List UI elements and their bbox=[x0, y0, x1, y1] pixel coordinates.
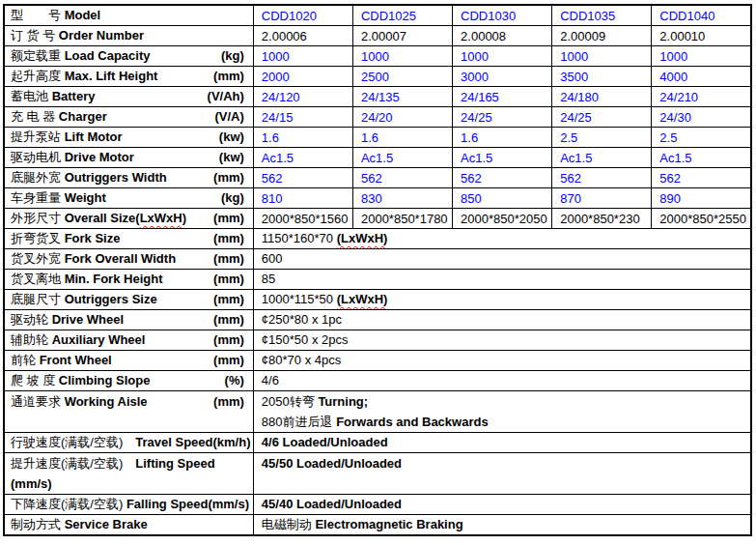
text-segment: ¢80*70 x 4pcs bbox=[262, 353, 341, 367]
text-segment: 辅助轮 bbox=[11, 332, 52, 347]
text-segment: Weight bbox=[65, 190, 106, 205]
spec-row-weight: 车身重量 Weight(kg)810830850870890 bbox=[4, 188, 751, 209]
outriggers-width-value-cdd1030: 562 bbox=[453, 168, 552, 188]
outriggers-width-value-cdd1035: 562 bbox=[552, 168, 652, 188]
text-segment: Electromagnetic Braking bbox=[315, 517, 462, 531]
spec-row-outriggers-size: 底腿尺寸 Outriggers Size(mm)1000*115*50 (LxW… bbox=[4, 290, 751, 310]
text-segment: 45/40 Loaded/Unloaded bbox=[262, 497, 402, 511]
drive-motor-value-cdd1025: Ac1.5 bbox=[352, 148, 452, 168]
text-segment: Load Capacity bbox=[65, 48, 151, 63]
order-number-value-cdd1025: 2.00007 bbox=[352, 26, 452, 46]
value-line: 880前进后退 Forwards and Backwards bbox=[262, 412, 746, 432]
lift-motor-value-cdd1025: 1.6 bbox=[352, 128, 452, 148]
battery-value-cdd1040: 24/210 bbox=[652, 87, 751, 107]
overall-size-value-cdd1035: 2000*850*230 bbox=[552, 209, 652, 229]
overall-size-value-cdd1030: 2000*850*2050 bbox=[453, 209, 552, 229]
row-unit-front-wheel: (mm) bbox=[213, 351, 244, 370]
row-label-max-lift-height: 起升高度 Max. Lift Height(mm) bbox=[4, 67, 253, 87]
text-segment: 蓄电池 bbox=[11, 89, 52, 103]
row-unit-lifting-speed: (mm/s) bbox=[11, 473, 244, 494]
travel-speed-value: 4/6 Loaded/Unloaded bbox=[253, 433, 751, 453]
row-unit-working-aisle: (mm) bbox=[213, 391, 244, 412]
row-unit-load-capacity: (kg) bbox=[221, 46, 244, 66]
text-segment: 提升泵站 bbox=[11, 129, 65, 144]
spec-row-order-number: 订 货 号 Order Number2.000062.000072.000082… bbox=[4, 26, 751, 46]
row-label-text: 充 电 器 Charger bbox=[11, 107, 107, 127]
model-value-cdd1025: CDD1025 bbox=[352, 5, 452, 26]
text-segment: 货叉离地 bbox=[11, 272, 65, 286]
drive-motor-value-cdd1020: Ac1.5 bbox=[253, 148, 352, 168]
text-segment: 4/6 Loaded/Unloaded bbox=[262, 435, 388, 449]
row-label-falling-speed: 下降速度(满载/空载) Falling Speed(mm/s) bbox=[4, 495, 253, 515]
battery-value-cdd1035: 24/180 bbox=[552, 87, 652, 107]
row-label-text: 底腿外宽 Outriggers Width bbox=[11, 168, 167, 187]
row-label-text: 货叉离地 Min. Fork Height bbox=[11, 270, 162, 289]
row-label-text: 外形尺寸 Overall Size(LxWxH) bbox=[11, 209, 186, 228]
text-segment: (LxWxH) bbox=[337, 231, 388, 245]
fork-overall-width-value: 600 bbox=[253, 249, 751, 270]
row-label-text: 驱动轮 Drive Wheel bbox=[11, 310, 124, 330]
value-line: 85 bbox=[262, 270, 746, 289]
falling-speed-value: 45/40 Loaded/Unloaded bbox=[253, 495, 751, 515]
row-label-load-capacity: 额定载重 Load Capacity(kg) bbox=[4, 46, 253, 67]
value-line: 45/40 Loaded/Unloaded bbox=[262, 495, 746, 514]
overall-size-value-cdd1020: 2000*850*1560 bbox=[253, 209, 352, 229]
row-label-model: 型 号 Model bbox=[4, 5, 253, 26]
text-segment: ¢150*50 x 2pcs bbox=[262, 332, 349, 347]
order-number-value-cdd1040: 2.00010 bbox=[652, 26, 751, 46]
row-label-text: 底腿尺寸 Outriggers Size bbox=[11, 290, 157, 309]
row-label-text: 额定载重 Load Capacity bbox=[11, 46, 150, 66]
spec-row-battery: 蓄电池 Battery(V/Ah)24/12024/13524/16524/18… bbox=[4, 87, 751, 107]
row-label-fork-overall-width: 货叉外宽 Fork Overall Width(mm) bbox=[4, 249, 253, 270]
text-segment: 折弯货叉 bbox=[11, 231, 65, 245]
max-lift-height-value-cdd1030: 3000 bbox=[453, 67, 552, 87]
load-capacity-value-cdd1030: 1000 bbox=[453, 46, 552, 67]
text-segment: Service Brake bbox=[65, 517, 148, 531]
text-segment: Drive Motor bbox=[65, 150, 134, 164]
row-label-front-wheel: 前轮 Front Wheel(mm) bbox=[4, 351, 253, 371]
text-segment: Fork Size bbox=[65, 231, 121, 245]
battery-value-cdd1030: 24/165 bbox=[453, 87, 552, 107]
battery-value-cdd1025: 24/135 bbox=[352, 87, 452, 107]
value-line: 1150*160*70 (LxWxH) bbox=[262, 229, 746, 248]
value-line: 600 bbox=[262, 249, 746, 269]
text-segment: Battery bbox=[52, 89, 96, 103]
order-number-value-cdd1030: 2.00008 bbox=[453, 26, 552, 46]
text-segment: 车身重量 bbox=[11, 190, 65, 205]
spec-row-auxiliary-wheel: 辅助轮 Auxiliary Wheel(mm)¢150*50 x 2pcs bbox=[4, 330, 751, 351]
drive-motor-value-cdd1035: Ac1.5 bbox=[552, 148, 652, 168]
weight-value-cdd1040: 890 bbox=[652, 188, 751, 209]
value-line: 2050转弯 Turning; bbox=[262, 391, 746, 412]
text-segment: 85 bbox=[262, 272, 275, 286]
text-segment: ¢250*80 x 1pc bbox=[262, 312, 342, 327]
text-segment: 通道要求 bbox=[11, 394, 65, 409]
spec-row-working-aisle: 通道要求 Working Aisle(mm)2050转弯 Turning;880… bbox=[4, 391, 751, 433]
row-label-text: 提升泵站 Lift Motor bbox=[11, 128, 123, 147]
row-label-text: 货叉外宽 Fork Overall Width bbox=[11, 249, 176, 269]
text-segment: Working Aisle bbox=[65, 394, 148, 409]
row-label-working-aisle: 通道要求 Working Aisle(mm) bbox=[4, 391, 253, 433]
charger-value-cdd1030: 24/25 bbox=[453, 107, 552, 128]
text-segment: Outriggers Width bbox=[65, 170, 167, 185]
lift-motor-value-cdd1035: 2.5 bbox=[552, 128, 652, 148]
text-segment: 外形尺寸 bbox=[11, 211, 65, 225]
text-segment: Climbing Slope bbox=[59, 373, 151, 387]
row-label-text: 提升速度(满载/空载) Lifting Speed bbox=[11, 453, 215, 473]
text-segment: 880前进后退 bbox=[262, 415, 336, 429]
row-unit-fork-size: (mm) bbox=[213, 229, 244, 248]
row-label-text: 订 货 号 Order Number bbox=[11, 26, 144, 45]
row-label-text: 爬 坡 度 Climbing Slope bbox=[11, 371, 150, 390]
text-segment: Front Wheel bbox=[40, 353, 112, 367]
spec-row-charger: 充 电 器 Charger(V/A)24/1524/2024/2524/2524… bbox=[4, 107, 751, 128]
row-label-service-brake: 制动方式 Service Brake bbox=[4, 515, 253, 536]
value-line: ¢250*80 x 1pc bbox=[262, 310, 746, 330]
value-line: 4/6 bbox=[262, 371, 746, 390]
spec-row-drive-motor: 驱动电机 Drive Motor(kw)Ac1.5Ac1.5Ac1.5Ac1.5… bbox=[4, 148, 751, 168]
value-line: 4/6 Loaded/Unloaded bbox=[262, 433, 746, 452]
outriggers-size-value: 1000*115*50 (LxWxH) bbox=[253, 290, 751, 310]
text-segment: 驱动轮 bbox=[11, 312, 52, 327]
row-label-text: 车身重量 Weight bbox=[11, 188, 106, 208]
lift-motor-value-cdd1020: 1.6 bbox=[253, 128, 352, 148]
max-lift-height-value-cdd1035: 3500 bbox=[552, 67, 652, 87]
lifting-speed-value: 45/50 Loaded/Unloaded bbox=[253, 453, 751, 495]
